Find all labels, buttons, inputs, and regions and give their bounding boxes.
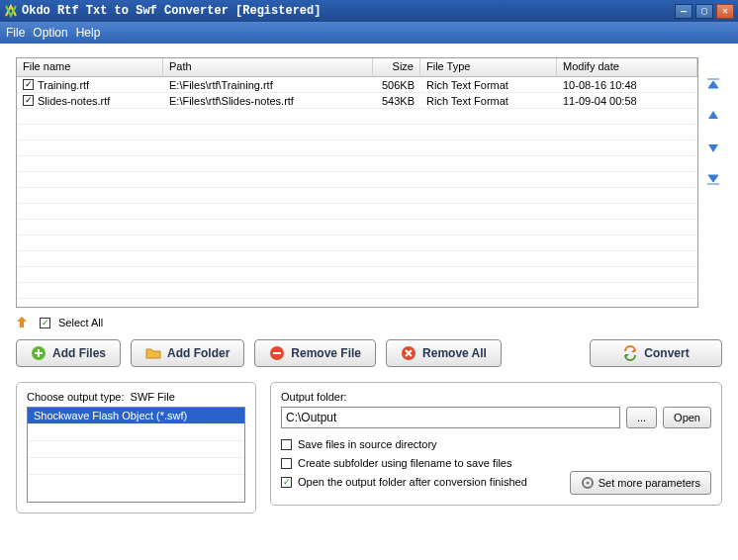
col-filename[interactable]: File name	[17, 58, 163, 76]
menu-help[interactable]: Help	[76, 26, 101, 40]
menu-option[interactable]: Option	[33, 26, 67, 40]
folder-icon	[145, 345, 161, 361]
table-row[interactable]: ✓Training.rtf E:\Files\rtf\Training.rtf …	[17, 77, 697, 93]
add-files-button[interactable]: Add Files	[16, 339, 121, 367]
cell-size: 506KB	[373, 79, 420, 91]
cell-path: E:\Files\rtf\Training.rtf	[163, 79, 373, 91]
move-down-button[interactable]	[704, 139, 722, 156]
output-folder-label: Output folder:	[281, 391, 711, 403]
set-more-parameters-button[interactable]: Set more parameters	[570, 471, 711, 495]
menu-file[interactable]: File	[6, 26, 25, 40]
save-source-label: Save files in source directory	[298, 438, 437, 450]
convert-icon	[622, 345, 638, 361]
table-header: File name Path Size File Type Modify dat…	[17, 58, 697, 77]
remove-file-button[interactable]: Remove File	[254, 339, 376, 367]
menubar: File Option Help	[0, 22, 738, 44]
col-size[interactable]: Size	[373, 58, 420, 76]
output-folder-input[interactable]	[281, 407, 620, 428]
open-folder-button[interactable]: Open	[663, 407, 711, 428]
move-up-button[interactable]	[704, 107, 722, 125]
reorder-controls	[704, 57, 722, 308]
output-type-panel: Choose output type: SWF File Shockwave F…	[16, 382, 256, 513]
cell-name: Slides-notes.rtf	[38, 95, 110, 107]
output-type-listbox[interactable]: Shockwave Flash Object (*.swf)	[27, 407, 245, 503]
list-item[interactable]: Shockwave Flash Object (*.swf)	[28, 408, 244, 423]
open-after-label: Open the output folder after conversion …	[298, 476, 527, 488]
minimize-button[interactable]: —	[675, 4, 692, 19]
gear-icon	[581, 476, 595, 490]
file-table[interactable]: File name Path Size File Type Modify dat…	[16, 57, 698, 308]
table-row[interactable]: ✓Slides-notes.rtf E:\Files\rtf\Slides-no…	[17, 93, 697, 109]
create-subfolder-checkbox[interactable]	[281, 458, 292, 469]
window-title: Okdo Rtf Txt to Swf Converter [Registere…	[22, 4, 672, 18]
open-after-checkbox[interactable]: ✓	[281, 477, 292, 488]
add-folder-button[interactable]: Add Folder	[131, 339, 244, 367]
close-button[interactable]: ✕	[716, 4, 734, 19]
up-folder-icon[interactable]	[16, 316, 32, 329]
maximize-button[interactable]: ▢	[695, 4, 713, 19]
cell-type: Rich Text Format	[420, 79, 557, 91]
remove-all-button[interactable]: Remove All	[386, 339, 502, 367]
move-bottom-button[interactable]	[704, 170, 722, 188]
titlebar: Okdo Rtf Txt to Swf Converter [Registere…	[0, 0, 738, 22]
select-all-checkbox[interactable]: ✓	[40, 318, 50, 328]
cell-date: 11-09-04 00:58	[557, 95, 697, 107]
create-subfolder-label: Create subfolder using filename to save …	[298, 457, 511, 469]
cell-name: Training.rtf	[38, 79, 89, 91]
cell-type: Rich Text Format	[420, 95, 557, 107]
svg-point-4	[586, 482, 589, 485]
move-top-button[interactable]	[704, 75, 722, 93]
cell-date: 10-08-16 10:48	[557, 79, 697, 91]
save-source-checkbox[interactable]	[281, 439, 292, 450]
plus-icon	[31, 345, 46, 361]
app-icon	[4, 4, 18, 18]
cell-path: E:\Files\rtf\Slides-notes.rtf	[163, 95, 373, 107]
output-type-label: Choose output type: SWF File	[27, 391, 175, 403]
table-body: ✓Training.rtf E:\Files\rtf\Training.rtf …	[17, 77, 697, 308]
convert-button[interactable]: Convert	[590, 339, 722, 367]
cell-size: 543KB	[373, 95, 420, 107]
cross-icon	[401, 345, 416, 361]
col-date[interactable]: Modify date	[557, 58, 697, 76]
col-type[interactable]: File Type	[420, 58, 557, 76]
col-path[interactable]: Path	[163, 58, 373, 76]
select-all-label: Select All	[58, 317, 103, 328]
row-checkbox[interactable]: ✓	[23, 79, 34, 90]
browse-button[interactable]: ...	[626, 407, 657, 428]
row-checkbox[interactable]: ✓	[23, 95, 34, 106]
minus-icon	[269, 345, 285, 361]
output-folder-panel: Output folder: ... Open Save files in so…	[270, 382, 722, 506]
